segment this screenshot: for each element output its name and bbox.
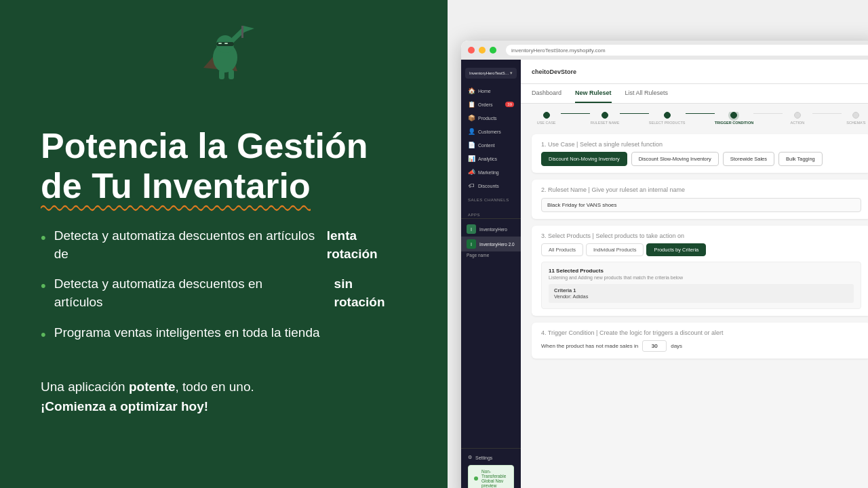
trigger-row: When the product has not made sales in d… [541,340,861,352]
trigger-text-after: days [671,343,682,349]
selected-sub: Listening and Adding new products that m… [549,275,854,280]
step-label-action: ACTION [791,121,805,125]
apps-area: I InventoryHero I InventoryHero 2.0 Page… [461,218,521,262]
btn-slow-moving[interactable]: Discount Slow-Moving Inventory [631,152,719,166]
tab-individual-products[interactable]: Individual Products [586,243,644,256]
banner-dot [474,476,478,481]
tab-all-products[interactable]: All Products [541,243,583,256]
tab-products-by-criteria[interactable]: Products by Criteria [646,243,706,256]
svg-rect-7 [218,43,222,44]
step-line-2 [620,113,649,115]
step-label-trigger: TRIGGER CONDITION [715,121,753,125]
sidebar-item-home[interactable]: 🏠 Home [461,84,521,98]
use-case-buttons: Discount Non-Moving Inventory Discount S… [541,152,861,166]
selected-count: 11 Selected Products [549,268,854,274]
page-name-label: Page name [461,251,521,259]
step-line-1 [561,113,590,115]
step-line-4 [753,113,783,115]
step-select-products: SELECT PRODUCTS [649,112,686,125]
tab-new-ruleset[interactable]: New Ruleset [575,84,612,103]
section-use-case-title: 1. Use Case | Select a single ruleset fu… [541,141,861,148]
ruleset-content: USE CASE RULESET NAME SELECT PRODUCTS [521,104,868,488]
ninja-icon [190,20,258,81]
section-products-title: 3. Select Products | Select products to … [541,232,861,239]
sidebar-item-customers[interactable]: 👤 Customers [461,125,521,138]
footer-text: Una aplicación potente, todo en uno. ¡Co… [41,378,407,416]
bullet-item-2: Detecta y automatiza descuentos en artíc… [41,275,407,311]
sidebar-app-inventoryhero2[interactable]: I InventoryHero 2.0 [461,237,521,251]
marketing-icon: 📣 [468,169,475,176]
step-line-5 [812,113,842,115]
step-circle-trigger [730,112,737,119]
tab-dashboard[interactable]: Dashboard [532,84,561,103]
step-label-use-case: USE CASE [537,121,556,125]
content-icon: 📄 [468,142,475,148]
trigger-days-input[interactable] [642,340,667,352]
browser-minimize-dot [479,47,486,54]
step-ruleset-name: RULESET NAME [590,112,619,125]
sales-channels-label: Sales channels [461,192,521,203]
section-ruleset-name: 2. Ruleset Name | Give your ruleset an i… [532,180,868,219]
section-ruleset-title: 2. Ruleset Name | Give your ruleset an i… [541,186,861,193]
sidebar-item-content[interactable]: 📄 Content [461,138,521,152]
non-transferable-banner: Non-Transferable Global Nav preview [468,465,514,488]
bullet-item-1: Detecta y automatiza descuentos en artíc… [41,227,407,263]
svg-rect-9 [219,70,224,79]
right-panel: inventoryHeroTestStore.myshopify.com Inv… [448,0,868,488]
browser-close-dot [468,47,475,54]
sidebar-item-discounts[interactable]: 🏷 Discounts [461,179,521,192]
chevron-down-icon: ▾ [510,70,513,76]
store-selector[interactable]: InventoryHeroTestStore ▾ [465,68,517,79]
main-heading: Potencia la Gestión de Tu Inventario [41,126,407,207]
step-label-ruleset-name: RULESET NAME [591,121,620,125]
sidebar-item-marketing[interactable]: 📣 Marketing [461,165,521,179]
home-icon: 🏠 [468,87,475,94]
sidebar-settings: ⚙ Settings Non-Transferable Global Nav p… [461,448,521,488]
apps-label: Apps [461,207,521,218]
sidebar-item-analytics[interactable]: 📊 Analytics [461,152,521,165]
svg-rect-10 [229,70,234,79]
svg-marker-4 [243,26,254,33]
customers-icon: 👤 [468,128,475,135]
discounts-icon: 🏷 [468,182,475,189]
settings-icon: ⚙ [468,455,472,460]
criteria-vendor: Vendor: Adidas [554,293,848,300]
sidebar-item-orders[interactable]: 📋 Orders 39 [461,98,521,111]
btn-non-moving[interactable]: Discount Non-Moving Inventory [541,152,627,166]
step-use-case: USE CASE [532,112,561,125]
sidebar-app-inventoryhero[interactable]: I InventoryHero [461,222,521,237]
btn-bulk-tagging[interactable]: Bulk Tagging [778,152,823,166]
svg-rect-3 [241,26,243,38]
btn-storewide[interactable]: Storewide Sales [723,152,774,166]
ruleset-name-input[interactable] [541,198,861,212]
orders-badge: 39 [505,102,514,107]
tab-list-rulesets[interactable]: List All Rulesets [625,84,669,103]
topbar: cheitoDevStore [521,60,868,84]
main-content: cheitoDevStore Dashboard New Ruleset Lis… [521,60,868,488]
step-line-3 [686,113,715,115]
stepper: USE CASE RULESET NAME SELECT PRODUCTS [532,112,868,125]
browser-window: inventoryHeroTestStore.myshopify.com Inv… [461,41,868,488]
sidebar-nav: 🏠 Home 📋 Orders 39 📦 Products 👤 Cu [461,81,521,448]
app-icon-inventoryhero2: I [467,239,476,249]
browser-fullscreen-dot [490,47,496,54]
browser-url-bar: inventoryHeroTestStore.myshopify.com [506,45,868,56]
browser-topbar: inventoryHeroTestStore.myshopify.com [461,41,868,60]
app-icon-inventoryhero: I [467,224,476,234]
analytics-icon: 📊 [468,155,475,162]
criteria-row: Criteria 1 Vendor: Adidas [549,284,854,303]
store-name-top: cheitoDevStore [532,68,576,75]
sidebar-item-products[interactable]: 📦 Products [461,111,521,125]
settings-item[interactable]: ⚙ Settings [468,453,514,462]
step-circle-use-case [543,112,550,119]
shopify-sidebar: InventoryHeroTestStore ▾ 🏠 Home 📋 Orders… [461,60,521,488]
tabs-row: Dashboard New Ruleset List All Rulesets [521,84,868,104]
trigger-text-before: When the product has not made sales in [541,343,638,349]
step-circle-select-products [664,112,671,119]
section-trigger-title: 4. Trigger Condition | Create the logic … [541,329,861,336]
svg-rect-8 [224,43,228,44]
step-circle-action [794,112,801,119]
step-action: ACTION [783,112,812,125]
orders-icon: 📋 [468,101,475,108]
product-tabs: All Products Individual Products Product… [541,243,861,256]
